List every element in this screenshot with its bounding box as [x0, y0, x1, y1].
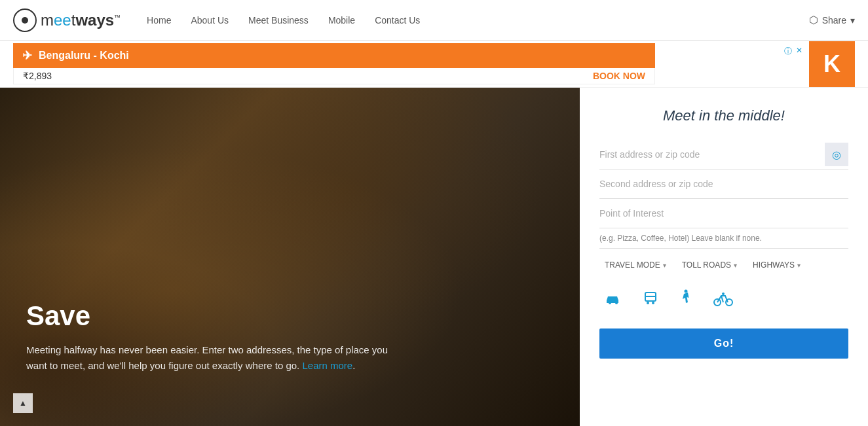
- highways-arrow: ▾: [797, 262, 801, 269]
- ad-title-bar: ✈ Bengaluru - Kochi: [13, 43, 655, 68]
- share-dropdown-icon: ▾: [850, 15, 855, 26]
- travel-options: TRAVEL MODE ▾ TOLL ROADS ▾ HIGHWAYS ▾: [599, 249, 848, 279]
- learn-more-link[interactable]: Learn more: [302, 360, 352, 371]
- book-now-link[interactable]: BOOK NOW: [593, 71, 645, 81]
- ad-content: ✈ Bengaluru - Kochi ₹2,893 BOOK NOW: [13, 43, 655, 84]
- travel-mode-dropdown[interactable]: TRAVEL MODE ▾: [599, 258, 671, 272]
- mode-icons-row: [599, 279, 848, 328]
- main-nav: Home About Us Meet Business Mobile Conta…: [147, 15, 809, 26]
- highways-dropdown[interactable]: HIGHWAYS ▾: [747, 258, 806, 272]
- ad-logo-k: K: [809, 41, 855, 87]
- hero-section: Save Meeting halfway has never been easi…: [0, 88, 580, 426]
- ad-controls: ⓘ ✕: [784, 46, 802, 57]
- logo-icon-dot: [22, 17, 28, 24]
- hero-text: Save Meeting halfway has never been easi…: [26, 300, 406, 374]
- poi-group: [599, 199, 848, 228]
- ad-banner: ✈ Bengaluru - Kochi ₹2,893 BOOK NOW ⓘ ✕ …: [0, 41, 868, 88]
- nav-contact-us[interactable]: Contact Us: [375, 15, 420, 26]
- bike-mode-icon[interactable]: [709, 287, 737, 314]
- toll-roads-label: TOLL ROADS: [682, 260, 731, 270]
- poi-hint: (e.g. Pizza, Coffee, Hotel) Leave blank …: [599, 228, 848, 249]
- nav-mobile[interactable]: Mobile: [328, 15, 355, 26]
- walk-mode-icon[interactable]: [675, 285, 696, 315]
- logo-icon: [13, 9, 37, 32]
- first-address-input[interactable]: [599, 140, 848, 169]
- svg-point-3: [652, 302, 654, 304]
- scroll-down-button[interactable]: ▲: [13, 393, 33, 413]
- svg-point-6: [685, 290, 688, 293]
- logo-text: meetways™: [41, 11, 121, 29]
- travel-mode-arrow: ▾: [663, 262, 666, 269]
- ad-title: Bengaluru - Kochi: [39, 50, 129, 62]
- main-area: Save Meeting halfway has never been easi…: [0, 88, 868, 426]
- locate-me-button[interactable]: ◎: [825, 143, 848, 166]
- second-address-input[interactable]: [599, 169, 848, 198]
- toll-roads-arrow: ▾: [734, 262, 737, 269]
- svg-point-9: [722, 293, 725, 295]
- nav-home[interactable]: Home: [147, 15, 171, 26]
- toll-roads-dropdown[interactable]: TOLL ROADS ▾: [677, 258, 742, 272]
- ad-price: ₹2,893: [23, 71, 52, 81]
- form-title: Meet in the middle!: [599, 107, 848, 124]
- hero-description: Meeting halfway has never been easier. E…: [26, 342, 406, 374]
- ad-close-icon[interactable]: ✕: [796, 46, 802, 57]
- go-button[interactable]: Go!: [599, 328, 848, 359]
- highways-label: HIGHWAYS: [753, 260, 795, 270]
- ad-bottom: ₹2,893 BOOK NOW: [13, 68, 655, 84]
- nav-meet-business[interactable]: Meet Business: [248, 15, 309, 26]
- ad-info-icon[interactable]: ⓘ: [784, 46, 792, 57]
- hero-title: Save: [26, 300, 406, 332]
- car-mode-icon[interactable]: [599, 287, 626, 313]
- chevron-down-icon: ▲: [19, 399, 27, 408]
- header: meetways™ Home About Us Meet Business Mo…: [0, 0, 868, 41]
- first-address-group: ◎: [599, 140, 848, 169]
- nav-about-us[interactable]: About Us: [191, 15, 229, 26]
- second-address-group: [599, 169, 848, 199]
- logo[interactable]: meetways™: [13, 9, 121, 32]
- location-icon: ◎: [832, 149, 841, 161]
- share-icon: ⬡: [809, 14, 818, 26]
- svg-point-2: [647, 302, 649, 304]
- meet-in-middle-form: Meet in the middle! ◎ (e.g. Pizza, Coffe…: [580, 88, 868, 426]
- form-title-italic: the middle: [714, 107, 781, 124]
- share-label: Share: [822, 15, 846, 26]
- plane-icon: ✈: [22, 48, 32, 63]
- share-button[interactable]: ⬡ Share ▾: [809, 14, 855, 26]
- travel-mode-label: TRAVEL MODE: [605, 260, 660, 270]
- transit-mode-icon[interactable]: [639, 287, 662, 314]
- hero-background: [0, 88, 580, 426]
- suitcase-decoration: [0, 88, 580, 426]
- poi-input[interactable]: [599, 199, 848, 228]
